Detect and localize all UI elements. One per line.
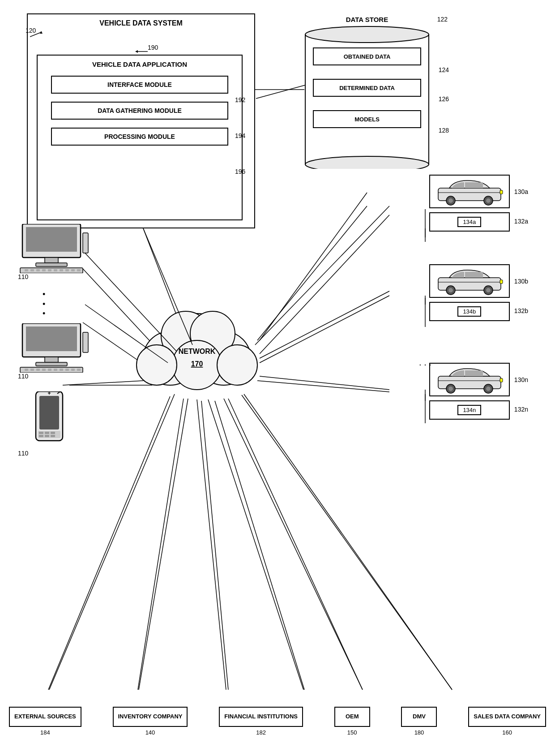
external-sources-box: EXTERNAL SOURCES: [9, 707, 81, 727]
vda-title: VEHICLE DATA APPLICATION: [38, 56, 242, 76]
svg-line-122: [256, 85, 305, 99]
vehicle-img-n: [429, 363, 510, 396]
svg-rect-34: [36, 263, 67, 266]
svg-point-97: [486, 288, 491, 292]
financial-institutions-label: FINANCIAL INSTITUTIONS: [224, 713, 298, 720]
ref-120-arrow: [30, 30, 43, 39]
phone-icon: +: [27, 391, 72, 450]
laptop-icon-1: [18, 323, 90, 373]
car-svg-b: [434, 266, 505, 296]
vehicle-group-n: 130n 134n 132n: [429, 363, 528, 420]
svg-point-95: [448, 288, 453, 292]
svg-rect-99: [500, 280, 503, 284]
svg-point-89: [486, 198, 491, 203]
ref-122: 122: [437, 16, 448, 23]
svg-line-119: [208, 399, 303, 690]
datastore-title: DATA STORE: [304, 13, 430, 26]
svg-rect-52: [83, 332, 88, 352]
ref-110-3: 110: [18, 450, 28, 457]
svg-line-11: [215, 401, 304, 690]
svg-rect-70: [39, 435, 43, 437]
listing-inner-n: 134n: [457, 405, 481, 415]
ref-196: 196: [235, 168, 245, 175]
svg-rect-37: [25, 269, 28, 271]
listing-box-a: 134a: [429, 212, 510, 232]
listing-inner-a: 134a: [457, 217, 481, 227]
svg-text:MODELS: MODELS: [354, 116, 380, 123]
svg-line-12: [228, 399, 363, 690]
vehicle-group-a: 130a 134a 132a: [429, 175, 528, 232]
desktop-icon-1: [18, 224, 90, 273]
entity-dmv: DMV 180: [401, 707, 437, 736]
datastore-svg: OBTAINED DATA DETERMINED DATA MODELS: [304, 26, 430, 169]
ref-180: 180: [401, 729, 437, 736]
ref-130a: 130a: [514, 188, 528, 195]
svg-rect-46: [77, 269, 81, 271]
svg-point-105: [486, 387, 491, 391]
phone-device: +: [27, 391, 90, 451]
ref-126: 126: [439, 95, 449, 103]
ref-192: 192: [235, 96, 245, 103]
svg-rect-40: [42, 269, 46, 271]
ref-194: 194: [235, 132, 245, 139]
svg-rect-48: [26, 326, 77, 351]
device-dots: •••: [43, 290, 90, 319]
svg-line-14: [260, 193, 367, 340]
entity-external-sources: EXTERNAL SOURCES 184: [9, 707, 81, 736]
svg-rect-54: [30, 369, 34, 371]
svg-line-109: [257, 206, 367, 340]
ref-132a: 132a: [514, 218, 528, 225]
svg-rect-49: [45, 357, 58, 362]
inventory-company-label: INVENTORY COMPANY: [118, 713, 183, 720]
vehicle-img-a: [429, 175, 510, 208]
data-gathering-module-label: DATA GATHERING MODULE: [98, 107, 182, 114]
svg-rect-69: [51, 432, 55, 434]
svg-rect-85: [465, 182, 483, 188]
listing-box-n: 134n: [429, 400, 510, 420]
svg-line-9: [139, 399, 188, 690]
ref-128: 128: [439, 127, 449, 134]
processing-module-box: PROCESSING MODULE: [51, 128, 228, 146]
listing-inner-b: 134b: [457, 306, 481, 317]
dmv-box: DMV: [401, 707, 437, 727]
interface-module-box: INTERFACE MODULE: [51, 76, 228, 94]
svg-line-118: [197, 399, 226, 690]
svg-rect-45: [71, 269, 75, 271]
svg-rect-61: [71, 369, 75, 371]
svg-point-24: [305, 156, 429, 169]
ref-140: 140: [113, 729, 188, 736]
svg-line-117: [138, 399, 184, 690]
ref-160: 160: [468, 729, 546, 736]
svg-point-87: [448, 198, 453, 203]
svg-rect-60: [65, 369, 69, 371]
svg-line-121: [242, 395, 452, 690]
external-sources-label: EXTERNAL SOURCES: [14, 713, 76, 720]
diagram: VEHICLE DATA SYSTEM VEHICLE DATA APPLICA…: [0, 0, 555, 756]
desktop-1: [18, 224, 90, 275]
svg-line-10: [201, 401, 228, 690]
svg-point-81: [217, 345, 257, 385]
ref-182: 182: [219, 729, 303, 736]
svg-rect-64: [39, 396, 59, 430]
network-cloud-container: NETWORK 170: [121, 296, 273, 400]
svg-point-23: [305, 26, 429, 43]
svg-line-6: [260, 296, 389, 363]
svg-rect-57: [48, 369, 51, 371]
svg-rect-38: [30, 269, 34, 271]
svg-rect-42: [54, 269, 57, 271]
svg-rect-58: [54, 369, 57, 371]
interface-module-label: INTERFACE MODULE: [107, 81, 172, 88]
ref-110-2: 110: [18, 373, 28, 380]
svg-line-5: [260, 215, 389, 354]
entity-sales-data-company: SALES DATA COMPANY 160: [468, 707, 546, 736]
svg-text:OBTAINED DATA: OBTAINED DATA: [344, 53, 391, 60]
car-svg-n: [434, 365, 505, 394]
vda-inner-box: VEHICLE DATA APPLICATION INTERFACE MODUL…: [37, 55, 243, 220]
network-cloud-svg: NETWORK 170: [121, 296, 273, 399]
client-devices-area: 110 •••: [18, 224, 90, 460]
svg-marker-19: [40, 31, 43, 34]
svg-rect-36: [83, 233, 88, 253]
svg-line-18: [30, 32, 41, 37]
svg-rect-50: [36, 362, 67, 366]
svg-rect-44: [65, 269, 69, 271]
